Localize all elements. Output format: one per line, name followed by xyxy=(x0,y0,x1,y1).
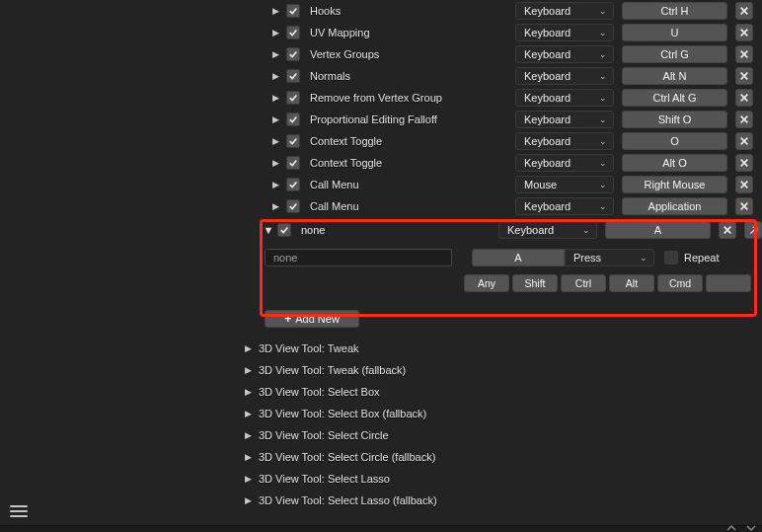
map-type-value: Keyboard xyxy=(524,27,571,38)
tree-expand-caret[interactable]: ▶ xyxy=(241,430,255,440)
tree-item-label[interactable]: 3D View Tool: Tweak (fallback) xyxy=(259,364,406,376)
shortcut-field[interactable]: U xyxy=(622,24,727,41)
remove-button[interactable] xyxy=(735,197,753,215)
modifier-alt-button[interactable]: Alt xyxy=(609,274,654,292)
chevron-down-icon: ⌄ xyxy=(599,114,607,124)
modifier-extra-button[interactable] xyxy=(706,274,751,292)
remove-button[interactable] xyxy=(719,221,736,239)
keymap-item-label: none xyxy=(301,224,495,236)
expand-caret[interactable]: ▶ xyxy=(268,114,282,124)
expand-caret[interactable]: ▶ xyxy=(268,180,282,190)
map-type-value: Keyboard xyxy=(524,200,571,212)
expand-caret[interactable]: ▶ xyxy=(268,201,282,211)
shortcut-field[interactable]: Alt N xyxy=(622,67,727,85)
shortcut-field[interactable]: Application xyxy=(622,197,727,215)
remove-button[interactable] xyxy=(735,24,753,41)
shortcut-value: A xyxy=(654,224,661,236)
tree-item-label[interactable]: 3D View Tool: Select Lasso (fallback) xyxy=(259,494,437,506)
keymap-item-label: UV Mapping xyxy=(310,27,511,38)
enable-checkbox[interactable] xyxy=(286,69,300,83)
shortcut-field[interactable]: Shift O xyxy=(622,111,727,128)
restore-button[interactable] xyxy=(744,221,762,239)
shortcut-field[interactable]: Ctrl H xyxy=(622,2,727,20)
tree-expand-caret[interactable]: ▶ xyxy=(241,474,255,484)
map-type-dropdown[interactable]: Keyboard⌄ xyxy=(515,24,614,41)
expand-caret[interactable]: ▼ xyxy=(263,224,273,236)
tree-item-label[interactable]: 3D View Tool: Select Circle (fallback) xyxy=(259,451,435,463)
map-type-dropdown[interactable]: Keyboard⌄ xyxy=(515,67,614,85)
map-type-dropdown[interactable]: Mouse⌄ xyxy=(515,176,614,193)
tree-item-label[interactable]: 3D View Tool: Select Circle xyxy=(259,429,389,441)
modifier-shift-button[interactable]: Shift xyxy=(512,274,558,292)
map-type-dropdown[interactable]: Keyboard⌄ xyxy=(515,197,614,215)
event-type-dropdown[interactable]: Press ⌄ xyxy=(565,249,654,266)
operator-id-value: none xyxy=(273,252,297,264)
repeat-checkbox[interactable] xyxy=(664,251,678,265)
scroll-down-button[interactable] xyxy=(744,525,758,531)
enable-checkbox[interactable] xyxy=(286,156,300,170)
shortcut-field[interactable]: A xyxy=(605,221,711,239)
tree-item-label[interactable]: 3D View Tool: Tweak xyxy=(259,342,359,354)
remove-button[interactable] xyxy=(735,2,753,20)
map-type-value: Keyboard xyxy=(524,114,571,125)
tree-expand-caret[interactable]: ▶ xyxy=(241,387,255,397)
expand-caret[interactable]: ▶ xyxy=(268,136,282,146)
modifier-any-button[interactable]: Any xyxy=(464,274,509,292)
tree-item-label[interactable]: 3D View Tool: Select Lasso xyxy=(259,473,390,485)
shortcut-value: Ctrl Alt G xyxy=(652,92,696,104)
map-type-dropdown[interactable]: Keyboard⌄ xyxy=(515,111,614,128)
tree-expand-caret[interactable]: ▶ xyxy=(241,495,255,505)
expand-caret[interactable]: ▶ xyxy=(268,49,282,59)
expand-caret[interactable]: ▶ xyxy=(268,93,282,103)
expand-caret[interactable]: ▶ xyxy=(268,158,282,168)
map-type-dropdown[interactable]: Keyboard⌄ xyxy=(515,154,614,172)
remove-button[interactable] xyxy=(735,111,753,128)
map-type-dropdown[interactable]: Keyboard⌄ xyxy=(515,132,614,150)
shortcut-field[interactable]: O xyxy=(622,132,727,150)
enable-checkbox[interactable] xyxy=(277,223,291,237)
expand-caret[interactable]: ▶ xyxy=(268,6,282,16)
shortcut-field[interactable]: Ctrl G xyxy=(622,45,727,63)
chevron-down-icon: ⌄ xyxy=(599,93,607,103)
tree-item-label[interactable]: 3D View Tool: Select Box (fallback) xyxy=(259,408,426,419)
enable-checkbox[interactable] xyxy=(286,47,300,61)
modifier-ctrl-button[interactable]: Ctrl xyxy=(561,274,606,292)
shortcut-field[interactable]: Alt O xyxy=(622,154,727,172)
enable-checkbox[interactable] xyxy=(286,91,300,105)
scroll-up-button[interactable] xyxy=(724,525,738,531)
map-type-dropdown[interactable]: Keyboard⌄ xyxy=(515,45,614,63)
remove-button[interactable] xyxy=(735,176,753,193)
tree-expand-caret[interactable]: ▶ xyxy=(241,365,255,375)
enable-checkbox[interactable] xyxy=(286,4,300,18)
tree-expand-caret[interactable]: ▶ xyxy=(241,452,255,462)
operator-id-input[interactable]: none xyxy=(265,249,452,266)
enable-checkbox[interactable] xyxy=(286,134,300,148)
tree-expand-caret[interactable]: ▶ xyxy=(241,343,255,353)
shortcut-field[interactable]: Ctrl Alt G xyxy=(622,89,727,107)
add-new-button[interactable]: + Add New xyxy=(265,310,359,328)
remove-button[interactable] xyxy=(735,67,753,85)
map-type-dropdown[interactable]: Keyboard⌄ xyxy=(515,2,614,20)
map-type-dropdown[interactable]: Keyboard⌄ xyxy=(515,89,614,107)
shortcut-field[interactable]: Right Mouse xyxy=(622,176,727,193)
tree-item-label[interactable]: 3D View Tool: Select Box xyxy=(259,386,380,398)
keymap-item-label: Call Menu xyxy=(310,200,511,212)
enable-checkbox[interactable] xyxy=(286,199,300,213)
shortcut-value: O xyxy=(670,135,679,147)
modifier-cmd-button[interactable]: Cmd xyxy=(657,274,703,292)
map-type-dropdown[interactable]: Keyboard ⌄ xyxy=(498,221,597,239)
event-type-value: Press xyxy=(573,252,601,264)
enable-checkbox[interactable] xyxy=(286,26,300,39)
keymap-item-label: Remove from Vertex Group xyxy=(310,92,511,104)
hamburger-icon[interactable] xyxy=(10,502,28,520)
expand-caret[interactable]: ▶ xyxy=(268,71,282,81)
expand-caret[interactable]: ▶ xyxy=(268,28,282,38)
enable-checkbox[interactable] xyxy=(286,178,300,191)
remove-button[interactable] xyxy=(735,89,753,107)
tree-expand-caret[interactable]: ▶ xyxy=(241,409,255,418)
remove-button[interactable] xyxy=(735,45,753,63)
remove-button[interactable] xyxy=(735,132,753,150)
enable-checkbox[interactable] xyxy=(286,113,300,126)
key-field[interactable]: A xyxy=(472,249,565,266)
remove-button[interactable] xyxy=(735,154,753,172)
